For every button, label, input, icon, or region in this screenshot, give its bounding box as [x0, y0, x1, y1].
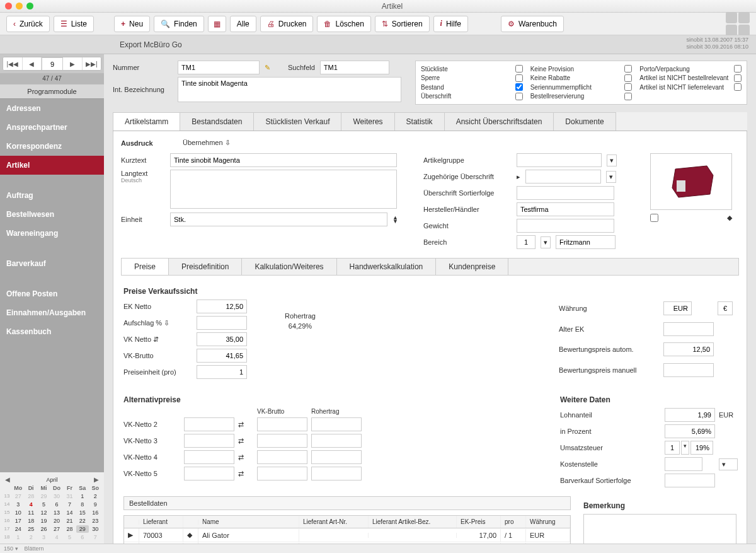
calendar-day[interactable]: 4: [50, 533, 62, 541]
ust-num-field[interactable]: [665, 441, 680, 455]
subtab-kundenpreise[interactable]: Kundenpreise: [436, 259, 508, 275]
bereich-num-field[interactable]: [517, 235, 536, 249]
dropdown-icon[interactable]: ▾: [15, 545, 20, 552]
delete-button[interactable]: 🗑 Löschen: [317, 16, 370, 32]
sidebar-item-wareneingang[interactable]: Wareneingang: [0, 224, 104, 243]
calendar-day[interactable]: 17: [12, 517, 24, 525]
tab-stücklisten-verkauf[interactable]: Stücklisten Verkauf: [253, 112, 341, 131]
calendar-day[interactable]: 28: [64, 525, 76, 533]
sidebar-item-auftrag[interactable]: Auftrag: [0, 186, 104, 205]
minimize-icon[interactable]: [16, 3, 23, 9]
calendar-day[interactable]: 1: [76, 492, 88, 500]
calendar-day[interactable]: 22: [76, 517, 88, 525]
sidebar-item-offene posten[interactable]: Offene Posten: [0, 284, 104, 303]
calendar-day[interactable]: 30: [89, 525, 101, 533]
alt-roh-field[interactable]: [311, 450, 362, 464]
find-button[interactable]: 🔍 Finden: [154, 16, 204, 32]
checkbox[interactable]: [624, 83, 632, 91]
sidebar-item-korrespondenz[interactable]: Korrespondenz: [0, 137, 104, 156]
alter-ek-field[interactable]: [663, 322, 714, 336]
sidebar-item-ansprechpartner[interactable]: Ansprechpartner: [0, 118, 104, 137]
bemerkung-field[interactable]: [583, 514, 736, 544]
langtext-field[interactable]: [170, 170, 397, 209]
calendar-day[interactable]: 28: [25, 492, 37, 500]
new-button[interactable]: + Neu: [114, 16, 150, 32]
lohn-field[interactable]: [665, 408, 715, 422]
tab-weiteres[interactable]: Weiteres: [341, 112, 394, 131]
prozent-field[interactable]: [665, 424, 715, 438]
sidebar-item-bestellwesen[interactable]: Bestellwesen: [0, 205, 104, 224]
arrows-updown-icon[interactable]: ⇵: [153, 335, 159, 343]
calendar-day[interactable]: 29: [76, 525, 88, 533]
record-number-field[interactable]: [42, 57, 63, 71]
calendar-day[interactable]: 6: [76, 533, 88, 541]
uebernehmen-button[interactable]: Übernehmen ⇩: [183, 139, 231, 147]
nummer-field[interactable]: [178, 61, 260, 74]
bew-man-field[interactable]: [663, 363, 714, 377]
calendar-day[interactable]: 13: [50, 509, 62, 516]
calendar-day[interactable]: 7: [89, 533, 101, 541]
tab-artikelstamm[interactable]: Artikelstamm: [113, 112, 180, 131]
ek-netto-field[interactable]: [197, 300, 247, 313]
sidebar-item-einnahmen/ausgaben[interactable]: Einnahmen/Ausgaben: [0, 303, 104, 322]
subtab-kalkulation-weiteres[interactable]: Kalkulation/Weiteres: [242, 259, 336, 275]
calendar-day[interactable]: 25: [25, 525, 37, 533]
calendar-day[interactable]: 18: [25, 517, 37, 525]
calendar-day[interactable]: 1: [12, 533, 24, 541]
warenbuch-button[interactable]: ⚙ Warenbuch: [501, 16, 564, 32]
calendar-day[interactable]: 14: [64, 509, 76, 516]
tab-statistik[interactable]: Statistik: [394, 112, 445, 131]
gewicht-field[interactable]: [517, 219, 614, 233]
suchfeld-field[interactable]: [320, 61, 389, 74]
calendar-day[interactable]: 15: [76, 509, 88, 516]
edit-icon[interactable]: ✎: [265, 64, 270, 72]
calendar-day[interactable]: 11: [25, 509, 37, 516]
diamond-icon[interactable]: ◆: [727, 214, 732, 222]
calendar-day[interactable]: 2: [25, 533, 37, 541]
next-month-button[interactable]: ▶: [94, 476, 99, 483]
waehrung-field[interactable]: [663, 301, 692, 315]
calendar-day[interactable]: 3: [38, 533, 50, 541]
alt-roh-field[interactable]: [311, 417, 362, 431]
vk-brutto-field[interactable]: [197, 349, 247, 363]
next-record-button[interactable]: ▶: [63, 57, 83, 70]
dropdown-icon[interactable]: ▾: [719, 458, 738, 470]
close-icon[interactable]: [5, 3, 12, 9]
alt-brutto-field[interactable]: [257, 450, 307, 464]
alt-netto-field[interactable]: [184, 467, 234, 480]
alt-roh-field[interactable]: [311, 467, 362, 480]
all-button[interactable]: Alle: [230, 16, 256, 32]
stepper-icon[interactable]: ▲▼: [392, 216, 398, 224]
alt-netto-field[interactable]: [184, 434, 234, 448]
calendar-day[interactable]: 3: [12, 501, 24, 508]
calendar-day[interactable]: 5: [38, 501, 50, 508]
table-row[interactable]: ▶70003◆Ali Gator17,00/ 1EUR: [124, 528, 570, 542]
dropdown-icon[interactable]: ▾: [681, 441, 689, 455]
einheit-field[interactable]: [170, 212, 387, 226]
checkbox[interactable]: [734, 65, 742, 73]
bew-autom-field[interactable]: [663, 342, 714, 356]
kurztext-field[interactable]: [170, 153, 397, 167]
tab-dokumente[interactable]: Dokumente: [553, 112, 616, 131]
swap-icon[interactable]: ⇄: [238, 470, 253, 478]
sidebar-item-adressen[interactable]: Adressen: [0, 99, 104, 118]
alt-brutto-field[interactable]: [257, 467, 307, 480]
grid-button[interactable]: ▦: [208, 16, 226, 32]
calendar-day[interactable]: 5: [64, 533, 76, 541]
calendar-day[interactable]: 7: [64, 501, 76, 508]
bar-sort-field[interactable]: [665, 474, 715, 487]
alt-brutto-field[interactable]: [257, 417, 307, 431]
zugeh-field[interactable]: [525, 170, 601, 183]
list-button[interactable]: ☰ Liste: [54, 16, 94, 32]
calendar-day[interactable]: 23: [89, 517, 101, 525]
alt-roh-field[interactable]: [311, 434, 362, 448]
sidebar-item-barverkauf[interactable]: Barverkauf: [0, 254, 104, 273]
calendar-day[interactable]: 6: [50, 501, 62, 508]
first-record-button[interactable]: |◀◀: [3, 57, 23, 70]
calendar-day[interactable]: 8: [76, 501, 88, 508]
checkbox[interactable]: [515, 65, 523, 73]
alt-netto-field[interactable]: [184, 450, 234, 464]
swap-icon[interactable]: ⇄: [238, 421, 253, 429]
dropdown-icon[interactable]: ▾: [607, 154, 617, 166]
calendar-day[interactable]: 10: [12, 509, 24, 516]
